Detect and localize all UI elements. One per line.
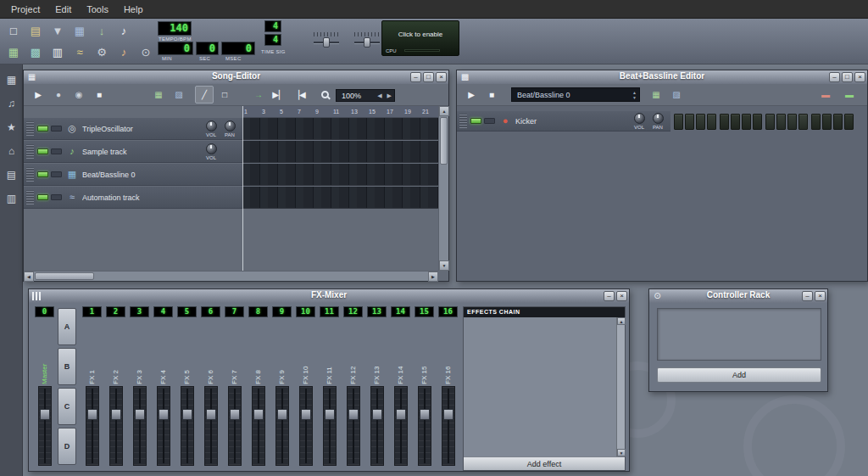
- step-cell[interactable]: [707, 114, 716, 130]
- track-enabled-led[interactable]: [37, 148, 48, 154]
- fx-channel[interactable]: 12FX 12: [342, 306, 364, 469]
- scroll-thumb[interactable]: [35, 272, 94, 280]
- menu-item-tools[interactable]: Tools: [79, 2, 116, 17]
- fx-fader[interactable]: [418, 386, 431, 466]
- track-head[interactable]: ≈Automation track: [24, 187, 242, 209]
- step-cell[interactable]: [844, 114, 854, 130]
- instrument-plugins-button[interactable]: ▦: [2, 70, 21, 89]
- menu-item-edit[interactable]: Edit: [47, 2, 79, 17]
- song-editor-titlebar[interactable]: ▦ Song-Editor – □ ×: [24, 70, 448, 84]
- track-mute-led[interactable]: [51, 171, 62, 177]
- pattern-selector-combo[interactable]: Beat/Bassline 0 ▲▼: [511, 87, 640, 102]
- minimize-button[interactable]: –: [802, 291, 813, 301]
- fader-handle[interactable]: [40, 409, 50, 420]
- fx-fader[interactable]: [252, 386, 265, 466]
- fx-fader[interactable]: [228, 386, 242, 466]
- fader-handle[interactable]: [87, 409, 97, 420]
- jump-to-start-button[interactable]: ▕◀: [290, 86, 309, 104]
- add-bar-button[interactable]: ▬: [840, 86, 859, 104]
- close-button[interactable]: ×: [616, 291, 627, 301]
- fx-channel[interactable]: 3FX 3: [129, 306, 151, 469]
- fx-fader[interactable]: [38, 386, 52, 466]
- song-editor-vertical-scrollbar[interactable]: ▲ ▼: [438, 106, 448, 271]
- track-grid[interactable]: [242, 118, 439, 140]
- fader-handle[interactable]: [182, 409, 192, 420]
- pan-knob-group[interactable]: PAN: [222, 120, 237, 137]
- step-cell[interactable]: [776, 114, 786, 130]
- fx-channel[interactable]: 6FX 6: [200, 306, 222, 469]
- step-cell[interactable]: [811, 114, 821, 130]
- bank-d-button[interactable]: D: [58, 428, 76, 465]
- track-grip-icon[interactable]: [26, 121, 34, 136]
- vol-knob[interactable]: [206, 120, 217, 132]
- fader-handle[interactable]: [135, 409, 145, 420]
- close-button[interactable]: ×: [854, 72, 865, 82]
- fx-master-channel[interactable]: 0Master: [34, 306, 56, 469]
- fx-fader[interactable]: [275, 386, 289, 466]
- import-file-button[interactable]: ♪: [114, 21, 134, 41]
- my-presets-button[interactable]: ★: [2, 117, 21, 137]
- scroll-thumb[interactable]: [440, 117, 448, 165]
- automation-editor-toggle-button[interactable]: ≈: [70, 42, 90, 62]
- track-grip-icon[interactable]: [26, 144, 34, 159]
- open-project-button[interactable]: ▤: [25, 21, 46, 41]
- add-effect-button[interactable]: Add effect: [464, 456, 625, 470]
- fx-channel[interactable]: 7FX 7: [224, 306, 246, 469]
- fx-fader[interactable]: [157, 386, 170, 466]
- add-controller-button[interactable]: Add: [657, 367, 821, 383]
- fx-fader[interactable]: [299, 386, 313, 466]
- track-mute-led[interactable]: [51, 194, 62, 200]
- jump-to-end-button[interactable]: ▶▏: [270, 86, 288, 104]
- remove-bar-button[interactable]: ▬: [816, 86, 835, 104]
- step-cell[interactable]: [753, 114, 762, 130]
- record-while-playing-button[interactable]: ◉: [70, 86, 88, 104]
- fx-fader[interactable]: [86, 386, 99, 466]
- fx-fader[interactable]: [370, 386, 384, 466]
- add-sample-track-button[interactable]: ▨: [170, 86, 188, 104]
- export-project-button[interactable]: ↓: [92, 21, 112, 41]
- track-mute-led[interactable]: [51, 126, 62, 132]
- time-milliseconds-display[interactable]: 0: [221, 42, 255, 55]
- stop-button[interactable]: ■: [482, 86, 501, 104]
- add-steps-button[interactable]: ▦: [647, 86, 665, 104]
- cpu-meter[interactable]: Click to enable CPU: [381, 20, 459, 56]
- stop-button[interactable]: ■: [90, 86, 108, 104]
- master-volume-slider[interactable]: [314, 32, 339, 49]
- time-seconds-display[interactable]: 0: [196, 42, 219, 55]
- controller-rack-titlebar[interactable]: ⊙ Controller Rack – ×: [649, 289, 827, 303]
- timesig-denominator-display[interactable]: 4: [264, 34, 281, 46]
- step-cell[interactable]: [822, 114, 832, 130]
- fx-mixer-toggle-button[interactable]: ⚙: [92, 42, 112, 62]
- root-directory-button[interactable]: ▤: [2, 165, 21, 184]
- bb-editor-titlebar[interactable]: ▩ Beat+Bassline Editor – □ ×: [457, 70, 867, 84]
- save-project-button[interactable]: ▦: [70, 21, 90, 41]
- track-grid[interactable]: [242, 141, 439, 163]
- menu-item-help[interactable]: Help: [116, 2, 151, 17]
- minimize-button[interactable]: –: [829, 72, 840, 82]
- zoom-level-combo[interactable]: 100% ◀ ▶: [336, 89, 395, 102]
- remove-steps-button[interactable]: ▨: [667, 86, 686, 104]
- step-cell[interactable]: [833, 114, 843, 130]
- step-cell[interactable]: [742, 114, 751, 130]
- track-grip-icon[interactable]: [459, 114, 467, 128]
- scroll-up-button[interactable]: ▲: [617, 317, 626, 325]
- fx-channel[interactable]: 15FX 15: [414, 306, 436, 469]
- bank-c-button[interactable]: C: [58, 388, 76, 425]
- step-cell[interactable]: [765, 114, 775, 130]
- fader-handle[interactable]: [372, 409, 382, 420]
- fx-channel[interactable]: 16FX 16: [437, 306, 459, 469]
- step-cell[interactable]: [696, 114, 705, 130]
- play-button[interactable]: ▶: [462, 86, 481, 104]
- fader-handle[interactable]: [277, 409, 287, 420]
- fx-channel[interactable]: 8FX 8: [248, 306, 270, 469]
- add-bb-track-button[interactable]: ▦: [149, 86, 168, 104]
- track-mute-led[interactable]: [51, 148, 62, 154]
- song-editor-horizontal-scrollbar[interactable]: ◀ ▶: [24, 271, 438, 281]
- minimize-button[interactable]: –: [410, 72, 421, 82]
- song-editor-timeline[interactable]: 13579111315171921: [242, 106, 439, 118]
- combo-arrows[interactable]: ▲▼: [632, 90, 639, 100]
- project-notes-toggle-button[interactable]: ♪: [114, 42, 134, 62]
- maximize-button[interactable]: □: [842, 72, 853, 82]
- close-button[interactable]: ×: [436, 72, 447, 82]
- step-cell[interactable]: [674, 114, 683, 130]
